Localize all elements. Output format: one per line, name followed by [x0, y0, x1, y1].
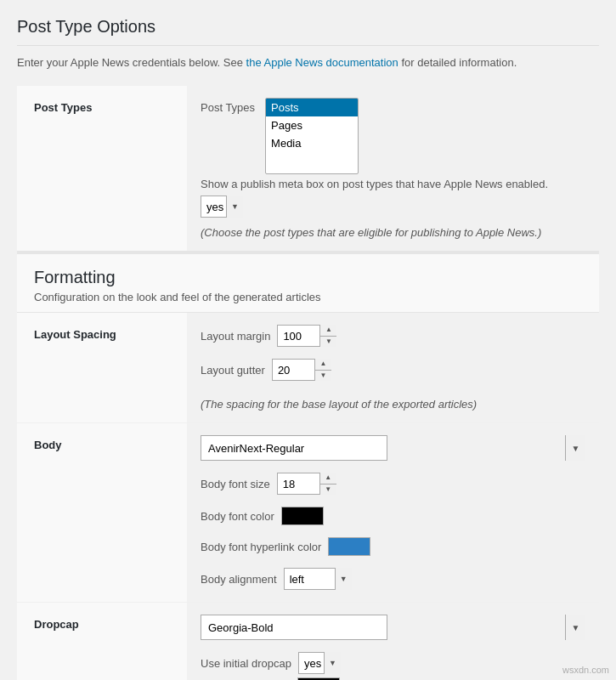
body-alignment-label: Body alignment — [201, 573, 277, 586]
layout-spacing-stack: Layout margin ▲ ▼ Layout gutter — [201, 325, 585, 411]
body-font-size-down-btn[interactable]: ▼ — [320, 484, 336, 496]
body-font-size-row: Body font size ▲ ▼ — [201, 473, 585, 495]
layout-margin-label: Layout margin — [201, 330, 270, 343]
body-font-size-label: Body font size — [201, 478, 270, 490]
body-alignment-row: Body alignment left center right ▼ — [201, 568, 585, 590]
layout-gutter-input-wrapper: ▲ ▼ — [272, 359, 331, 381]
post-types-inner-label: Post Types — [201, 101, 255, 114]
body-stack: AvenirNext-Regular Georgia-Bold Helvetic… — [201, 435, 585, 590]
page-description: Enter your Apple News credentials below.… — [17, 56, 599, 69]
layout-spacing-td: Layout margin ▲ ▼ Layout gutter — [187, 313, 599, 423]
body-alignment-select[interactable]: left center right — [284, 568, 352, 590]
listbox-option-posts[interactable]: Posts — [266, 99, 358, 116]
layout-gutter-spinner: ▲ ▼ — [314, 359, 331, 381]
dropcap-td: Georgia-Bold AvenirNext-Regular Helvetic… — [187, 603, 599, 681]
body-font-size-input-wrapper: ▲ ▼ — [277, 473, 336, 495]
listbox-option-pages[interactable]: Pages — [266, 116, 358, 134]
post-types-italic-note: (Choose the post types that are eligible… — [201, 226, 585, 239]
body-font-color-label: Body font color — [201, 510, 274, 523]
body-font-size-up-btn[interactable]: ▲ — [320, 473, 336, 484]
dropcap-th: Dropcap — [17, 603, 187, 681]
publish-meta-select[interactable]: yes no — [201, 196, 243, 218]
layout-gutter-down-btn[interactable]: ▼ — [315, 371, 331, 382]
layout-gutter-label: Layout gutter — [201, 364, 265, 377]
dropcap-initial-row: Use initial dropcap yes no ▼ — [201, 652, 585, 674]
body-font-size-spinner: ▲ ▼ — [319, 473, 336, 495]
post-types-listbox-wrapper: Posts Pages Media — [265, 98, 359, 174]
formatting-desc: Configuration on the look and feel of th… — [34, 291, 582, 303]
publish-meta-select-wrapper: yes no ▼ — [201, 196, 243, 218]
body-hyperlink-color-label: Body font hyperlink color — [201, 541, 321, 553]
formatting-table: Layout Spacing Layout margin ▲ ▼ — [17, 313, 599, 680]
body-th: Body — [17, 423, 187, 603]
watermark: wsxdn.com — [562, 665, 609, 675]
body-row: Body AvenirNext-Regular Georgia-Bold Hel… — [17, 423, 599, 603]
listbox-option-media[interactable]: Media — [266, 134, 358, 152]
layout-margin-input-wrapper: ▲ ▼ — [277, 325, 336, 347]
dropcap-initial-select[interactable]: yes no — [298, 652, 341, 674]
body-font-color-row: Body font color — [201, 507, 585, 525]
layout-margin-spinner: ▲ ▼ — [319, 325, 336, 347]
body-font-select[interactable]: AvenirNext-Regular Georgia-Bold Helvetic… — [201, 435, 387, 461]
post-types-inner: Post Types Posts Pages Media — [201, 98, 585, 174]
formatting-title: Formatting — [34, 268, 582, 287]
publish-meta-text: Show a publish meta box on post types th… — [201, 178, 548, 190]
dropcap-initial-label: Use initial dropcap — [201, 657, 291, 670]
body-font-dropdown-arrow-icon: ▼ — [565, 435, 585, 461]
dropcap-font-select[interactable]: Georgia-Bold AvenirNext-Regular Helvetic… — [201, 615, 387, 640]
body-td: AvenirNext-Regular Georgia-Bold Helvetic… — [187, 423, 599, 603]
apple-news-doc-link[interactable]: the Apple News documentation — [246, 56, 398, 69]
post-types-th: Post Types — [17, 86, 187, 251]
post-types-row: Post Types Post Types Posts Pages Media — [17, 86, 599, 251]
dropcap-stack: Georgia-Bold AvenirNext-Regular Helvetic… — [201, 615, 585, 680]
body-alignment-select-wrapper: left center right ▼ — [284, 568, 352, 590]
page-title: Post Type Options — [17, 17, 599, 46]
layout-gutter-up-btn[interactable]: ▲ — [315, 359, 331, 371]
post-type-options-table: Post Types Post Types Posts Pages Media — [17, 86, 599, 251]
formatting-section-header: Formatting Configuration on the look and… — [17, 254, 599, 313]
post-types-td: Post Types Posts Pages Media Show a publ… — [187, 86, 599, 251]
publish-meta-row: Show a publish meta box on post types th… — [201, 178, 585, 218]
dropcap-font-dropdown-wrapper: Georgia-Bold AvenirNext-Regular Helvetic… — [201, 615, 585, 640]
layout-gutter-row: Layout gutter ▲ ▼ — [201, 359, 585, 381]
layout-margin-row: Layout margin ▲ ▼ — [201, 325, 585, 347]
layout-margin-up-btn[interactable]: ▲ — [320, 325, 336, 337]
body-hyperlink-color-row: Body font hyperlink color — [201, 537, 585, 556]
body-font-dropdown-wrapper: AvenirNext-Regular Georgia-Bold Helvetic… — [201, 435, 585, 461]
layout-spacing-th: Layout Spacing — [17, 313, 187, 423]
dropcap-font-dropdown-arrow-icon: ▼ — [565, 615, 585, 640]
body-font-color-swatch[interactable] — [281, 507, 324, 525]
page-container: Post Type Options Enter your Apple News … — [0, 0, 616, 680]
layout-spacing-row: Layout Spacing Layout margin ▲ ▼ — [17, 313, 599, 423]
dropcap-row: Dropcap Georgia-Bold AvenirNext-Regular … — [17, 603, 599, 681]
layout-spacing-note: (The spacing for the base layout of the … — [201, 398, 585, 411]
post-types-listbox[interactable]: Posts Pages Media — [265, 98, 359, 174]
dropcap-initial-select-wrapper: yes no ▼ — [298, 652, 341, 674]
layout-margin-down-btn[interactable]: ▼ — [320, 337, 336, 348]
body-hyperlink-color-swatch[interactable] — [328, 537, 370, 556]
